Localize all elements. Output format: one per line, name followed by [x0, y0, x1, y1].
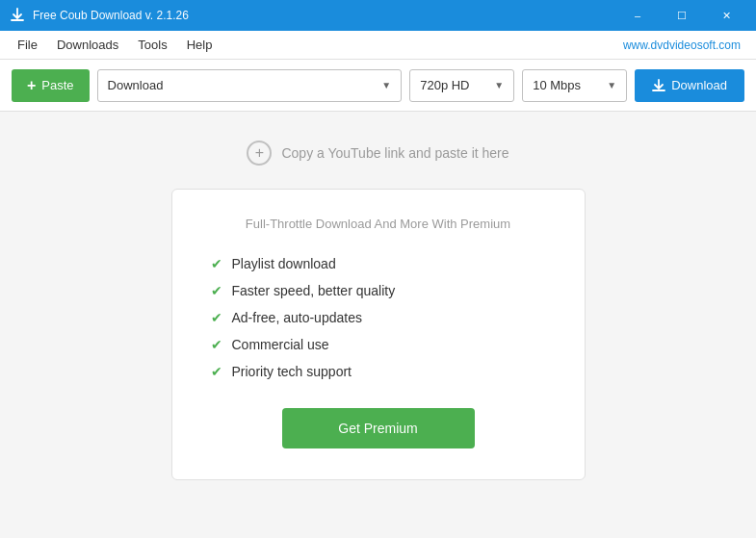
feature-item: ✔Priority tech support	[211, 358, 546, 385]
check-icon: ✔	[211, 256, 222, 271]
menu-bar: File Downloads Tools Help www.dvdvideoso…	[0, 31, 756, 60]
maximize-button[interactable]: ☐	[660, 0, 704, 31]
chevron-down-icon: ▼	[381, 80, 391, 90]
app-title: Free Coub Download v. 2.1.26	[33, 9, 615, 22]
toolbar: + Paste Download ▼ 720p HD ▼ 10 Mbps ▼ D…	[0, 60, 756, 112]
download-icon	[652, 79, 665, 92]
speed-value: 10 Mbps	[533, 78, 581, 92]
feature-text: Ad-free, auto-updates	[232, 310, 362, 325]
check-icon: ✔	[211, 310, 222, 325]
feature-item: ✔Ad-free, auto-updates	[211, 304, 546, 331]
minimize-button[interactable]: –	[615, 0, 660, 31]
app-icon	[8, 6, 27, 25]
menu-downloads[interactable]: Downloads	[47, 33, 128, 57]
feature-text: Commercial use	[232, 337, 329, 352]
menu-help[interactable]: Help	[177, 33, 222, 57]
check-icon: ✔	[211, 364, 222, 379]
paste-button[interactable]: + Paste	[12, 69, 90, 102]
add-icon: +	[247, 141, 272, 166]
speed-select[interactable]: 10 Mbps ▼	[522, 69, 627, 102]
window-controls: – ☐ ✕	[615, 0, 748, 31]
title-bar: Free Coub Download v. 2.1.26 – ☐ ✕	[0, 0, 756, 31]
premium-title: Full-Throttle Download And More With Pre…	[246, 217, 510, 231]
feature-item: ✔Commercial use	[211, 331, 546, 358]
check-icon: ✔	[211, 283, 222, 298]
menu-file[interactable]: File	[8, 33, 47, 57]
download-type-value: Download	[108, 78, 164, 92]
feature-text: Faster speed, better quality	[232, 283, 396, 298]
premium-card: Full-Throttle Download And More With Pre…	[171, 189, 586, 480]
feature-text: Playlist download	[232, 256, 336, 271]
paste-hint-text: Copy a YouTube link and paste it here	[281, 145, 508, 161]
website-link[interactable]: www.dvdvideosoft.com	[615, 34, 748, 57]
main-content: + Copy a YouTube link and paste it here …	[0, 112, 756, 538]
download-button[interactable]: Download	[635, 69, 744, 102]
feature-list: ✔Playlist download✔Faster speed, better …	[211, 250, 546, 385]
feature-item: ✔Faster speed, better quality	[211, 277, 546, 304]
check-icon: ✔	[211, 337, 222, 352]
plus-icon: +	[27, 77, 36, 94]
download-type-select[interactable]: Download ▼	[97, 69, 403, 102]
quality-value: 720p HD	[420, 78, 469, 92]
quality-select[interactable]: 720p HD ▼	[409, 69, 514, 102]
chevron-down-icon-2: ▼	[494, 80, 504, 90]
feature-text: Priority tech support	[232, 364, 352, 379]
paste-label: Paste	[41, 78, 73, 92]
chevron-down-icon-3: ▼	[607, 80, 616, 90]
close-button[interactable]: ✕	[704, 0, 748, 31]
paste-hint: + Copy a YouTube link and paste it here	[247, 141, 508, 166]
get-premium-button[interactable]: Get Premium	[282, 408, 475, 448]
feature-item: ✔Playlist download	[211, 250, 546, 277]
menu-tools[interactable]: Tools	[128, 33, 176, 57]
download-button-label: Download	[671, 78, 727, 92]
